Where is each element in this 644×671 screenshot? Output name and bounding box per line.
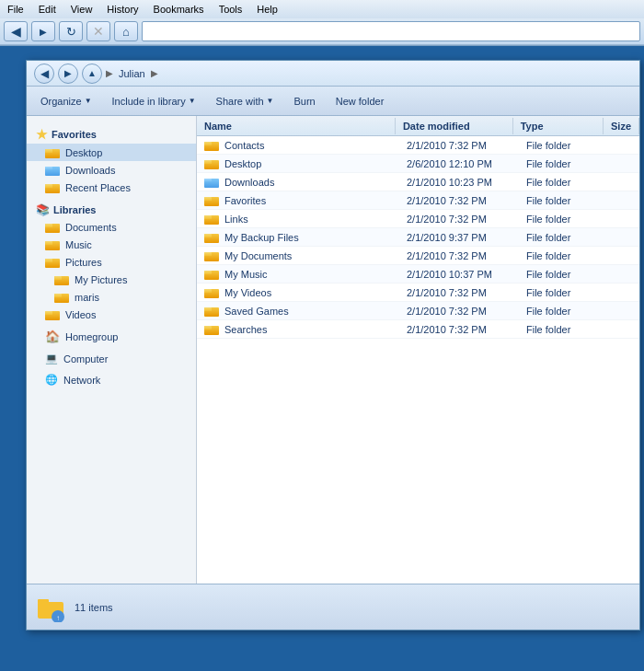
table-row[interactable]: Downloads 2/1/2010 10:23 PM File folder [197,173,639,191]
menu-bookmarks[interactable]: Bookmarks [150,2,208,17]
column-name[interactable]: Name [197,118,396,134]
menu-view[interactable]: View [67,2,97,17]
breadcrumb-julian[interactable]: Julian [115,66,149,81]
file-date: 2/1/2010 10:37 PM [399,267,519,282]
sidebar-item-music[interactable]: Music [27,236,196,253]
explorer-up-button[interactable]: ▲ [82,64,102,84]
star-icon: ★ [36,127,48,142]
include-in-library-button[interactable]: Include in library ▼ [104,92,204,110]
file-type: File folder [519,175,611,190]
svg-text:↑: ↑ [56,614,60,622]
homegroup-icon: 🏠 [45,330,60,343]
documents-folder-icon [45,221,60,233]
libraries-header[interactable]: 📚 Libraries [27,200,196,218]
sidebar-item-my-pictures[interactable]: My Pictures [27,271,196,288]
desktop-folder-icon [45,146,60,158]
address-bar[interactable]: http://www.sevenforums.com/newreply.php?… [142,21,640,41]
explorer-back-button[interactable]: ◀ [34,64,54,84]
file-size [611,328,639,331]
file-type: File folder [519,156,611,171]
my-pictures-folder-icon [54,273,69,285]
table-row[interactable]: Desktop 2/6/2010 12:10 PM File folder [197,155,639,173]
home-button[interactable]: ⌂ [114,21,138,41]
folder-icon [204,286,219,298]
file-type: File folder [519,212,611,226]
file-date: 2/1/2010 10:23 PM [399,175,519,190]
folder-icon [204,323,219,335]
table-row[interactable]: Links 2/1/2010 7:32 PM File folder [197,210,639,228]
table-row[interactable]: Contacts 2/1/2010 7:32 PM File folder [197,136,639,155]
file-size [611,236,639,239]
file-name: Desktop [224,158,261,169]
folder-icon [204,268,219,280]
sidebar-item-downloads[interactable]: Downloads [27,161,196,179]
sidebar-item-recent-places[interactable]: Recent Places [27,179,196,196]
sidebar-item-computer[interactable]: 💻 Computer [27,350,196,367]
share-with-button[interactable]: Share with ▼ [208,92,282,110]
recent-places-icon [45,181,60,193]
libraries-section: 📚 Libraries Documents Music Pictures [27,200,196,323]
table-row[interactable]: Favorites 2/1/2010 7:32 PM File folder [197,191,639,210]
sidebar-item-desktop[interactable]: Desktop [27,144,196,161]
network-section: 🌐 Network [27,371,196,388]
folder-icon [204,249,219,261]
file-type: File folder [519,138,611,153]
table-row[interactable]: Searches 2/1/2010 7:32 PM File folder [197,320,639,339]
file-size [611,291,639,295]
sidebar-item-network[interactable]: 🌐 Network [27,371,196,388]
menu-file[interactable]: File [4,2,28,17]
file-date: 2/1/2010 7:32 PM [399,322,519,337]
favorites-header[interactable]: ★ Favorites [27,123,196,144]
item-count: 11 items [75,602,113,613]
file-size [611,272,639,276]
column-size[interactable]: Size [604,118,639,134]
file-date: 2/1/2010 7:32 PM [399,304,519,318]
table-row[interactable]: My Music 2/1/2010 10:37 PM File folder [197,265,639,283]
burn-button[interactable]: Burn [285,92,323,110]
column-type[interactable]: Type [513,118,604,134]
menu-edit[interactable]: Edit [35,2,60,17]
sidebar-item-documents[interactable]: Documents [27,218,196,236]
file-name: Favorites [224,195,266,206]
videos-folder-icon [45,308,60,320]
favorites-section: ★ Favorites Desktop Downloads Recent Pla… [27,123,196,196]
file-date: 2/1/2010 9:37 PM [399,230,519,245]
menu-tools[interactable]: Tools [215,2,247,17]
file-type: File folder [519,285,611,300]
status-bar: ↑ 11 items [27,584,639,630]
table-row[interactable]: My Documents 2/1/2010 7:32 PM File folde… [197,247,639,265]
maris-folder-icon [54,291,69,303]
computer-section: 💻 Computer [27,350,196,367]
music-folder-icon [45,238,60,250]
forward-button[interactable]: ▶ [31,21,55,41]
table-row[interactable]: Saved Games 2/1/2010 7:32 PM File folder [197,302,639,320]
sidebar-item-homegroup[interactable]: 🏠 Homegroup [27,327,196,346]
file-date: 2/6/2010 12:10 PM [399,156,519,171]
refresh-button[interactable]: ↻ [59,21,83,41]
sidebar-item-maris[interactable]: maris [27,288,196,306]
file-name: Saved Games [224,306,289,317]
column-date-modified[interactable]: Date modified [396,118,513,134]
sidebar-item-pictures[interactable]: Pictures [27,253,196,271]
file-type: File folder [519,193,611,208]
file-size [611,180,639,184]
back-button[interactable]: ◀ [4,21,28,41]
pictures-folder-icon [45,256,60,268]
table-row[interactable]: My Backup Files 2/1/2010 9:37 PM File fo… [197,228,639,247]
file-date: 2/1/2010 7:32 PM [399,193,519,208]
table-row[interactable]: My Videos 2/1/2010 7:32 PM File folder [197,283,639,302]
explorer-forward-button[interactable]: ▶ [58,64,78,84]
menu-help[interactable]: Help [253,2,282,17]
folder-icon [204,194,219,206]
sidebar-item-videos[interactable]: Videos [27,306,196,323]
file-type: File folder [519,249,611,263]
file-type: File folder [519,304,611,318]
organize-button[interactable]: Organize ▼ [32,92,100,110]
svg-rect-1 [38,599,49,604]
file-list: Name Date modified Type Size Contacts 2/… [197,116,639,584]
stop-button[interactable]: ✕ [86,21,110,41]
new-folder-button[interactable]: New folder [328,92,393,110]
explorer-toolbar: Organize ▼ Include in library ▼ Share wi… [27,87,639,116]
file-date: 2/1/2010 7:32 PM [399,249,519,263]
menu-history[interactable]: History [103,2,142,17]
